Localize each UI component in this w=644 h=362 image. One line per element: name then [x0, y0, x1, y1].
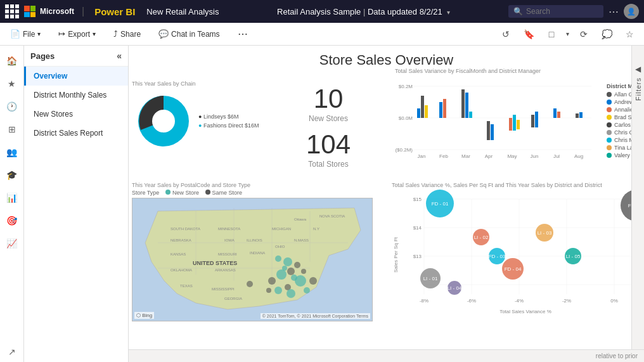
svg-text:-2%: -2% [562, 298, 571, 304]
pages-list: Overview District Monthly Sales New Stor… [24, 67, 128, 143]
sidebar-home-icon[interactable]: 🏠 [2, 51, 22, 71]
svg-text:Mar: Mar [461, 153, 470, 159]
kpi1-label: New Stores [306, 114, 351, 123]
dataset-title-area: Retail Analysis Sample | Data updated 8/… [277, 7, 450, 16]
toolbar: 📄 File ▾ ↦ Export ▾ ⤴ Share 💬 Chat in Te… [0, 23, 644, 46]
comment-button[interactable]: 💭 [598, 26, 615, 42]
user-avatar[interactable]: 👤 [624, 4, 639, 19]
sidebar-shared-icon[interactable]: 👥 [2, 142, 22, 162]
left-sidebar: 🏠 ★ 🕐 ⊞ 👥 🎓 📊 🎯 📈 ↗ [0, 46, 24, 362]
sidebar-apps-icon[interactable]: ⊞ [2, 119, 22, 139]
svg-text:N.Y: N.Y [313, 227, 319, 231]
sidebar-favorites-icon[interactable]: ★ [2, 74, 22, 94]
svg-rect-17 [491, 124, 494, 140]
svg-text:LI - 05: LI - 05 [566, 254, 581, 259]
refresh-button[interactable]: ↺ [498, 26, 514, 42]
svg-point-65 [287, 268, 295, 275]
svg-text:SOUTH DAKOTA: SOUTH DAKOTA [171, 227, 200, 231]
svg-text:LI - 03: LI - 03 [538, 230, 552, 236]
svg-text:$0.0M: $0.0M [399, 115, 413, 121]
svg-rect-14 [465, 93, 468, 118]
data-updated: Data updated 8/2/21 [368, 7, 442, 16]
report-main-title: Store Sales Overview [135, 52, 638, 68]
svg-text:Jun: Jun [531, 153, 539, 159]
report-title-nav: New Retail Analysis [146, 7, 219, 16]
svg-text:INDIANA: INDIANA [250, 251, 265, 255]
filters-arrow-icon: ◀ [635, 65, 641, 74]
pie-chart-svg [132, 89, 195, 153]
export-button[interactable]: ↦ Export ▾ [55, 27, 100, 41]
kpi1-card: 10 New Stores 104 Total Stores [306, 84, 351, 169]
bar-chart-area: $0.2M $0.0M ($0.2M) [395, 77, 604, 165]
map-svg: SOUTH DAKOTA NEBRASKA KANSAS OKLAHOMA TE… [132, 198, 373, 321]
svg-rect-12 [443, 99, 446, 118]
sidebar-workspace-icon[interactable]: 📊 [2, 188, 22, 208]
more-options-icon[interactable]: ⋯ [609, 6, 619, 18]
reload-button[interactable]: ⟳ [576, 26, 592, 42]
search-input[interactable] [526, 7, 596, 16]
view-chevron[interactable]: ▾ [566, 30, 569, 37]
map-section: This Year Sales by PostalCode and Store … [132, 182, 376, 328]
page-item-new-stores[interactable]: New Stores [24, 105, 128, 124]
powerbi-label: Power BI [94, 6, 135, 17]
bubble-chart-content: Sales Per Sq Ft $15 $1 [392, 190, 644, 320]
sidebar-expand-icon[interactable]: ↗ [2, 342, 22, 362]
kpi2-number: 104 [306, 129, 351, 160]
sidebar-metrics-icon[interactable]: 📈 [2, 233, 22, 254]
top-nav: Microsoft | Power BI New Retail Analysis… [0, 0, 644, 23]
bubble-y-axis-label: Sales Per Sq Ft [392, 190, 399, 320]
pages-panel: Pages « Overview District Monthly Sales … [24, 46, 129, 362]
svg-rect-26 [579, 112, 583, 118]
hamburger-icon[interactable] [5, 4, 19, 18]
svg-text:KANSAS: KANSAS [171, 252, 186, 256]
bar-chart-content: $0.2M $0.0M ($0.2M) [395, 77, 644, 165]
svg-rect-13 [461, 89, 465, 118]
svg-text:Total Sales Variance %: Total Sales Variance % [499, 309, 551, 314]
svg-text:($0.2M): ($0.2M) [395, 147, 413, 153]
svg-text:-4%: -4% [515, 298, 524, 304]
sidebar-learn-icon[interactable]: 🎓 [2, 165, 22, 185]
pie-legend: ● Lindseys $6M ● Fashions Direct $16M [198, 113, 259, 129]
status-bar: relative to prior [129, 349, 644, 362]
filters-panel[interactable]: ◀ Filters [631, 46, 644, 349]
pie-legend-lindsey: ● Lindseys $6M [198, 113, 259, 120]
svg-text:MISSOURI: MISSOURI [218, 252, 237, 256]
favorite-button[interactable]: ☆ [621, 26, 638, 42]
chat-button[interactable]: 💬 Chat in Teams [155, 27, 223, 41]
map-title: This Year Sales by PostalCode and Store … [132, 182, 376, 188]
svg-point-71 [295, 275, 306, 287]
svg-text:-8%: -8% [420, 298, 428, 304]
svg-text:MINNESOTA: MINNESOTA [218, 227, 240, 231]
page-item-overview[interactable]: Overview [24, 67, 128, 86]
map-container[interactable]: SOUTH DAKOTA NEBRASKA KANSAS OKLAHOMA TE… [132, 198, 373, 321]
chevron-down-icon: ▾ [37, 30, 41, 37]
page-item-district-sales[interactable]: District Sales Report [24, 124, 128, 143]
svg-text:FD - 04: FD - 04 [505, 266, 522, 272]
file-icon: 📄 [10, 29, 20, 39]
svg-text:$13: $13 [413, 254, 422, 259]
svg-rect-8 [417, 108, 420, 118]
content-area: Store Sales Overview This Year Sales by … [129, 46, 644, 362]
page-item-district-monthly[interactable]: District Monthly Sales [24, 86, 128, 105]
svg-text:LI - 01: LI - 01 [423, 276, 438, 281]
svg-rect-15 [469, 112, 472, 118]
svg-rect-16 [487, 121, 490, 140]
svg-text:IOWA: IOWA [224, 238, 235, 242]
svg-text:NOVA SCOTIA: NOVA SCOTIA [319, 214, 345, 218]
sidebar-goals-icon[interactable]: 🎯 [2, 210, 22, 231]
search-box[interactable]: 🔍 [508, 5, 603, 18]
svg-text:GEORGIA: GEORGIA [224, 297, 242, 301]
share-icon: ⤴ [113, 29, 118, 39]
svg-text:ARKANSAS: ARKANSAS [215, 268, 236, 272]
svg-rect-10 [425, 105, 428, 118]
share-button[interactable]: ⤴ Share [110, 27, 145, 41]
sidebar-recent-icon[interactable]: 🕐 [2, 96, 22, 117]
svg-point-67 [276, 269, 287, 280]
pages-collapse-btn[interactable]: « [117, 51, 122, 61]
more-button[interactable]: ⋯ [234, 27, 252, 41]
bookmark-button[interactable]: 🔖 [520, 26, 537, 42]
file-button[interactable]: 📄 File ▾ [6, 27, 44, 41]
svg-text:LI - 04: LI - 04 [448, 285, 462, 291]
svg-text:MISSISSIPPI: MISSISSIPPI [212, 287, 235, 291]
view-button[interactable]: □ [543, 26, 560, 42]
